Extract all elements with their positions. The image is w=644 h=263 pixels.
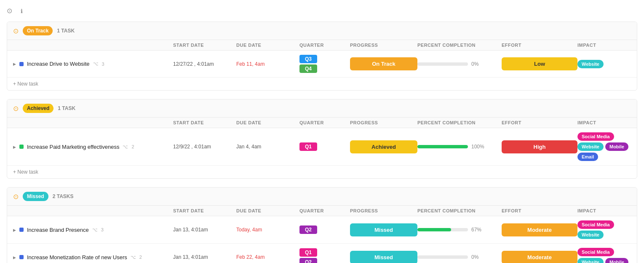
effort-badge: Moderate	[502, 223, 577, 236]
progress-bar-bg	[417, 62, 468, 66]
col-header-0: START DATE	[173, 208, 236, 213]
start-date: Jan 13, 4:01am	[173, 254, 236, 260]
effort-badge: High	[502, 140, 577, 153]
col-header-2: QUARTER	[299, 43, 350, 48]
impact-tag: Website	[577, 258, 604, 263]
new-task-button[interactable]	[27, 9, 34, 13]
expand-icon[interactable]	[13, 255, 16, 260]
impact-cell: Social MediaWebsite	[577, 220, 631, 239]
start-date: Jan 13, 4:01am	[173, 227, 236, 233]
col-header-name	[13, 43, 173, 48]
effort-badge: Low	[502, 57, 577, 70]
subtask-link-icon: ⌥	[93, 61, 99, 67]
quarter-badge: Q2	[299, 258, 317, 263]
collapse-icon[interactable]: ⊙	[7, 7, 12, 15]
quarter-cell: Q1Q2	[299, 248, 350, 263]
subtask-count: 2	[139, 255, 142, 260]
section-missed: ⊙ Missed 2 TASKS START DATEDUE DATEQUART…	[7, 187, 637, 263]
subtask-link-icon: ⌥	[131, 255, 136, 260]
task-color-dot	[19, 62, 24, 66]
task-color-dot	[19, 255, 24, 259]
marketing-plan-page: ⊙ ⊙ On Track 1 TASK START DATEDUE DATEQU…	[0, 0, 644, 263]
chevron-icon-ontrack[interactable]: ⊙	[13, 27, 19, 35]
col-header-1: DUE DATE	[236, 120, 299, 125]
percent-cell: 67%	[417, 227, 502, 233]
section-achieved: ⊙ Achieved 1 TASK START DATEDUE DATEQUAR…	[7, 99, 637, 179]
percent-cell: 100%	[417, 144, 502, 150]
task-count-ontrack: 1 TASK	[57, 28, 75, 34]
effort-badge: Moderate	[502, 251, 577, 263]
progress-bar-fill	[417, 228, 451, 231]
subtask-count: 2	[131, 144, 134, 149]
due-date: Feb 11, 4am	[236, 61, 299, 67]
col-header-6: IMPACT	[577, 43, 631, 48]
info-icon[interactable]	[21, 8, 23, 14]
task-name: Increase Drive to Website	[27, 61, 90, 67]
task-row: Increase Brand Presence ⌥ 3 Jan 13, 4:01…	[7, 216, 637, 244]
progress-bar-bg	[417, 145, 468, 148]
col-header-3: PROGRESS	[350, 43, 417, 48]
impact-tag: Mobile	[605, 258, 628, 263]
impact-tag: Mobile	[605, 142, 628, 151]
col-header-5: EFFORT	[502, 43, 577, 48]
percent-text: 0%	[471, 254, 478, 260]
task-row: Increase Drive to Website ⌥ 3 12/27/22 ,…	[7, 51, 637, 78]
progress-badge: On Track	[350, 57, 417, 70]
impact-cell: Website	[577, 60, 631, 68]
task-name-cell: Increase Brand Presence ⌥ 3	[13, 227, 173, 233]
task-row: Increase Monetization Rate of new Users …	[7, 244, 637, 263]
due-date: Today, 4am	[236, 227, 299, 233]
progress-bar-fill	[417, 145, 468, 148]
impact-tag: Social Media	[577, 248, 614, 256]
task-row: Increase Paid Marketing effectiveness ⌥ …	[7, 128, 637, 166]
percent-text: 100%	[471, 144, 484, 150]
col-header-6: IMPACT	[577, 208, 631, 213]
progress-bar-bg	[417, 255, 468, 259]
impact-tag: Website	[577, 231, 604, 239]
impact-tag: Website	[577, 60, 604, 68]
quarter-cell: Q2	[299, 225, 350, 234]
expand-icon[interactable]	[13, 62, 16, 66]
expand-icon[interactable]	[13, 228, 16, 232]
col-header-5: EFFORT	[502, 120, 577, 125]
status-badge-ontrack: On Track	[23, 26, 53, 35]
task-name: Increase Paid Marketing effectiveness	[27, 144, 119, 150]
chevron-icon-achieved[interactable]: ⊙	[13, 105, 19, 113]
task-name: Increase Brand Presence	[27, 227, 89, 233]
col-headers-ontrack: START DATEDUE DATEQUARTERPROGRESSPERCENT…	[7, 40, 637, 51]
quarter-cell: Q3Q4	[299, 55, 350, 73]
subtask-count: 3	[101, 227, 104, 232]
col-headers-missed: START DATEDUE DATEQUARTERPROGRESSPERCENT…	[7, 206, 637, 216]
task-name-cell: Increase Paid Marketing effectiveness ⌥ …	[13, 144, 173, 150]
section-ontrack: ⊙ On Track 1 TASK START DATEDUE DATEQUAR…	[7, 21, 637, 91]
new-task-row-achieved[interactable]: + New task	[7, 166, 637, 178]
progress-bar-bg	[417, 228, 468, 231]
col-header-4: PERCENT COMPLETION	[417, 208, 502, 213]
col-header-name	[13, 208, 173, 213]
section-header-achieved: ⊙ Achieved 1 TASK	[7, 99, 637, 118]
subtask-count: 3	[102, 62, 104, 67]
section-header-missed: ⊙ Missed 2 TASKS	[7, 188, 637, 206]
impact-tag: Social Media	[577, 220, 614, 229]
task-count-achieved: 1 TASK	[58, 105, 75, 111]
page-header: ⊙	[7, 7, 637, 15]
quarter-badge: Q4	[299, 64, 317, 73]
impact-cell: Social MediaWebsiteMobile	[577, 248, 631, 263]
task-name-cell: Increase Drive to Website ⌥ 3	[13, 61, 173, 67]
quarter-cell: Q1	[299, 142, 350, 151]
task-color-dot	[19, 145, 24, 149]
status-badge-missed: Missed	[23, 192, 48, 201]
task-count-missed: 2 TASKS	[53, 193, 74, 199]
due-date: Jan 4, 4am	[236, 144, 299, 150]
task-color-dot	[19, 228, 24, 232]
col-header-1: DUE DATE	[236, 43, 299, 48]
expand-icon[interactable]	[13, 145, 16, 149]
chevron-icon-missed[interactable]: ⊙	[13, 193, 19, 201]
percent-text: 67%	[471, 227, 481, 233]
new-task-row-ontrack[interactable]: + New task	[7, 78, 637, 90]
impact-cell: Social MediaWebsiteMobileEmail	[577, 132, 631, 161]
impact-tag: Website	[577, 142, 604, 151]
progress-badge: Missed	[350, 223, 417, 236]
quarter-badge: Q2	[299, 225, 317, 234]
col-headers-achieved: START DATEDUE DATEQUARTERPROGRESSPERCENT…	[7, 118, 637, 128]
